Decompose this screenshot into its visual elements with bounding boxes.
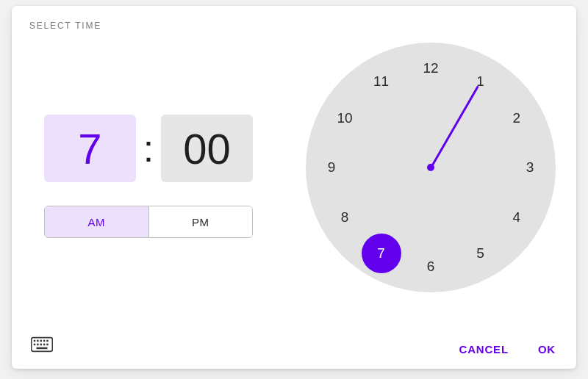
svg-rect-9 <box>43 344 46 346</box>
cancel-button[interactable]: CANCEL <box>459 343 509 355</box>
clock-selected-hour[interactable]: 7 <box>362 234 401 273</box>
hour-field[interactable]: 7 <box>44 115 136 182</box>
am-button[interactable]: AM <box>45 206 149 237</box>
svg-rect-3 <box>40 340 43 342</box>
clock-number-10[interactable]: 10 <box>331 105 358 131</box>
clock-center-dot <box>427 164 434 171</box>
clock-number-12[interactable]: 12 <box>417 55 444 82</box>
ok-button[interactable]: OK <box>538 343 556 355</box>
keyboard-input-button[interactable] <box>31 336 53 353</box>
time-picker-dialog: SELECT TIME 7 : 00 AM PM 7 1212345689101… <box>12 6 576 369</box>
svg-rect-2 <box>37 340 39 342</box>
clock-number-2[interactable]: 2 <box>503 105 530 131</box>
clock-number-8[interactable]: 8 <box>331 204 358 231</box>
svg-rect-7 <box>37 344 39 346</box>
dialog-actions: CANCEL OK <box>459 343 556 355</box>
svg-rect-10 <box>46 344 49 346</box>
clock-number-4[interactable]: 4 <box>503 204 530 231</box>
svg-rect-1 <box>34 340 36 342</box>
pm-button[interactable]: PM <box>149 206 253 237</box>
clock-number-1[interactable]: 1 <box>467 68 494 95</box>
svg-rect-11 <box>37 347 48 350</box>
dialog-title: SELECT TIME <box>29 21 101 31</box>
svg-rect-6 <box>34 344 36 346</box>
clock-number-3[interactable]: 3 <box>517 154 543 181</box>
clock-number-6[interactable]: 6 <box>417 253 444 280</box>
svg-rect-5 <box>46 340 49 342</box>
clock-number-5[interactable]: 5 <box>467 240 494 267</box>
minute-field[interactable]: 00 <box>161 115 253 182</box>
clock-dial: 7 12123456891011 <box>306 43 556 292</box>
time-separator: : <box>136 126 161 170</box>
digital-time: 7 : 00 <box>44 115 253 182</box>
clock-number-9[interactable]: 9 <box>318 154 345 181</box>
svg-rect-8 <box>40 344 43 346</box>
clock-hand <box>430 85 479 167</box>
keyboard-icon <box>31 336 53 353</box>
ampm-toggle: AM PM <box>44 206 253 238</box>
clock-number-11[interactable]: 11 <box>368 68 395 95</box>
svg-rect-4 <box>43 340 46 342</box>
